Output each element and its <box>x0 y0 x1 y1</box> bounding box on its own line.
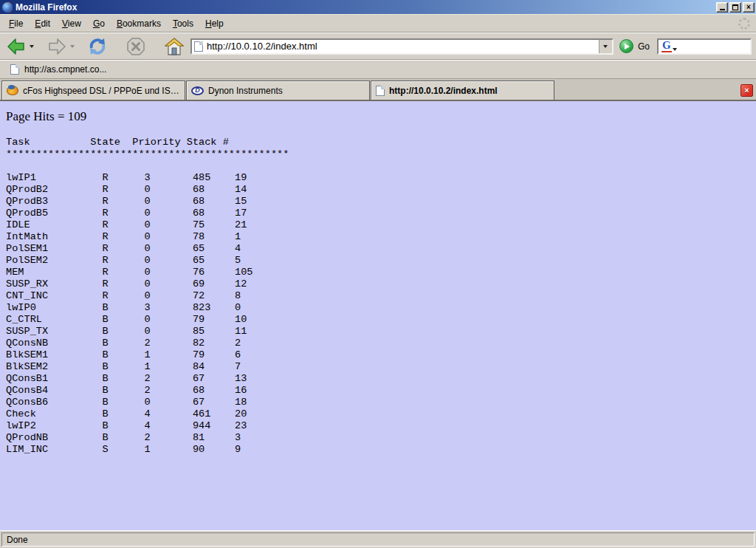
table-row: QProdB2 R 0 68 14 <box>6 184 756 196</box>
menu-help[interactable]: Help <box>199 16 230 31</box>
table-row: BlkSEM2 B 1 84 7 <box>6 361 756 373</box>
window-title: Mozilla Firefox <box>16 2 715 13</box>
table-row: BlkSEM1 B 1 79 6 <box>6 349 756 361</box>
table-separator: ****************************************… <box>6 148 756 160</box>
stop-icon <box>126 37 145 56</box>
table-row: CNT_INC R 0 72 8 <box>6 290 756 302</box>
restore-icon <box>732 4 738 10</box>
table-row: SUSP_RX R 0 69 12 <box>6 278 756 290</box>
home-icon <box>165 37 184 56</box>
minimize-icon <box>720 9 725 10</box>
table-row: IDLE R 0 75 21 <box>6 219 756 231</box>
stop-button[interactable] <box>124 35 148 58</box>
chevron-down-icon <box>603 45 608 48</box>
table-row: SUSP_TX B 0 85 11 <box>6 326 756 338</box>
menu-edit[interactable]: Edit <box>29 16 56 31</box>
table-row: lwIP2 B 4 944 23 <box>6 420 756 432</box>
navigation-toolbar: http://10.0.10.2/index.html Go G <box>0 32 756 60</box>
table-row: PolSEM1 R 0 65 4 <box>6 243 756 255</box>
search-input[interactable]: G <box>657 38 752 55</box>
url-dropdown-button[interactable] <box>599 40 612 53</box>
firefox-logo-icon <box>2 2 13 13</box>
table-row: QProdNB B 2 81 3 <box>6 432 756 444</box>
home-button[interactable] <box>162 35 186 58</box>
close-tab-button[interactable]: × <box>740 84 753 97</box>
go-button[interactable] <box>619 39 633 53</box>
task-table: Task State Priority Stack #*************… <box>6 137 756 456</box>
bookmark-page-icon <box>10 64 19 75</box>
close-button[interactable]: × <box>743 2 755 13</box>
page-icon <box>194 41 203 52</box>
table-row: lwIP0 B 3 823 0 <box>6 302 756 314</box>
title-bar: Mozilla Firefox × <box>0 0 756 14</box>
menu-go[interactable]: Go <box>87 16 111 31</box>
table-row: QConsNB B 2 82 2 <box>6 338 756 349</box>
forward-button[interactable] <box>45 35 69 58</box>
url-input[interactable]: http://10.0.10.2/index.html <box>207 41 599 52</box>
table-row: C_CTRL B 0 79 10 <box>6 314 756 326</box>
table-header: Task State Priority Stack # <box>6 137 756 148</box>
back-arrow-icon <box>7 37 26 56</box>
table-row: MEM R 0 76 105 <box>6 267 756 278</box>
forward-history-dropdown[interactable] <box>70 45 75 48</box>
dynon-favicon-icon: D <box>191 86 204 95</box>
table-blank-line <box>6 160 756 172</box>
status-text: Done <box>1 532 755 547</box>
bookmark-item[interactable]: http://as.cmpnet.co... <box>6 63 111 76</box>
page-content: Page Hits = 109 Task State Priority Stac… <box>0 101 756 530</box>
menu-file[interactable]: File <box>3 16 29 31</box>
back-history-dropdown[interactable] <box>30 45 34 48</box>
back-button[interactable] <box>4 35 28 58</box>
go-label: Go <box>638 41 650 52</box>
table-row: Check B 4 461 20 <box>6 408 756 420</box>
reload-icon <box>88 37 107 56</box>
minimize-button[interactable] <box>716 2 728 13</box>
bookmarks-toolbar: http://as.cmpnet.co... <box>0 60 756 79</box>
search-engine-dropdown[interactable] <box>673 48 677 51</box>
table-row: lwIP1 R 3 485 19 <box>6 172 756 184</box>
restore-button[interactable] <box>729 2 741 13</box>
cfos-favicon-icon <box>7 86 18 95</box>
page-favicon-icon <box>376 86 385 96</box>
table-row: QConsB4 B 2 68 16 <box>6 385 756 397</box>
menu-view[interactable]: View <box>56 16 87 31</box>
go-arrow-icon <box>625 44 630 49</box>
throbber-icon <box>738 18 750 30</box>
menu-tools[interactable]: Tools <box>167 16 199 31</box>
forward-arrow-icon <box>47 37 66 56</box>
bookmark-label: http://as.cmpnet.co... <box>24 64 106 75</box>
table-row: QConsB6 B 0 67 18 <box>6 397 756 408</box>
tab-label: http://10.0.10.2/index.html <box>389 86 498 96</box>
tab-dynon[interactable]: D Dynon Instruments <box>186 81 370 100</box>
tab-cfos[interactable]: cFos Highspeed DSL / PPPoE und ISDN CAP.… <box>1 81 185 100</box>
url-bar[interactable]: http://10.0.10.2/index.html <box>190 38 614 55</box>
tab-label: cFos Highspeed DSL / PPPoE und ISDN CAP.… <box>23 86 180 96</box>
tab-active-index-page[interactable]: http://10.0.10.2/index.html <box>371 81 554 100</box>
menu-bar: File Edit View Go Bookmarks Tools Help <box>0 14 756 32</box>
table-row: QConsB1 B 2 67 13 <box>6 373 756 385</box>
status-bar: Done <box>0 530 756 548</box>
browser-window: Mozilla Firefox × File Edit View Go Book… <box>0 0 756 548</box>
table-row: QProdB3 R 0 68 15 <box>6 196 756 208</box>
table-row: LIM_INC S 1 90 9 <box>6 444 756 456</box>
google-logo-icon: G <box>662 40 672 52</box>
menu-bookmarks[interactable]: Bookmarks <box>111 16 167 31</box>
tab-bar: cFos Highspeed DSL / PPPoE und ISDN CAP.… <box>0 79 756 101</box>
table-row: PolSEM2 R 0 65 5 <box>6 255 756 267</box>
reload-button[interactable] <box>86 35 109 58</box>
table-row: IntMath R 0 78 1 <box>6 231 756 243</box>
tab-label: Dynon Instruments <box>208 86 283 96</box>
page-hits-counter: Page Hits = 109 <box>6 109 756 124</box>
table-row: QProdB5 R 0 68 17 <box>6 208 756 219</box>
